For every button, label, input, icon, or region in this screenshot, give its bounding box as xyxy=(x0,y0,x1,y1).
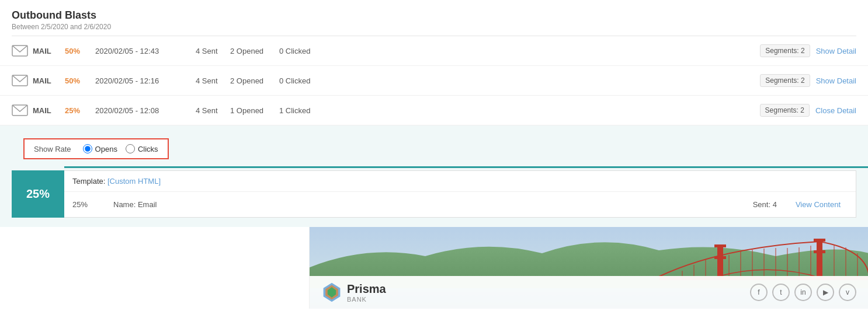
blast-clicked: 0 Clicked xyxy=(279,47,760,55)
view-content-button[interactable]: View Content xyxy=(789,197,848,212)
blast-row: MAIL 25% 2020/02/05 - 12:08 4 Sent 1 Ope… xyxy=(0,96,868,125)
blast-opened: 2 Opened xyxy=(230,76,277,85)
show-detail-button-1[interactable]: Show Detail xyxy=(816,47,856,55)
svg-rect-11 xyxy=(814,250,825,253)
blast-actions: Segments: 2 Show Detail xyxy=(760,44,856,57)
bottom-panel: Prisma BANK f t in ▶ v xyxy=(0,227,868,309)
show-rate-label: Show Rate xyxy=(34,145,71,153)
svg-rect-7 xyxy=(714,244,726,247)
blast-date: 2020/02/05 - 12:08 xyxy=(95,106,189,115)
clicks-radio[interactable] xyxy=(126,144,135,153)
svg-rect-9 xyxy=(817,239,822,279)
blast-sent: 4 Sent xyxy=(196,47,228,55)
blast-actions: Segments: 2 Show Detail xyxy=(760,74,856,87)
detail-card-row: 25% Name: Email Sent: 4 View Content xyxy=(64,192,856,217)
detail-section: Show Rate Opens Clicks 25% Template: [Cu… xyxy=(0,125,868,309)
twitter-icon[interactable]: t xyxy=(772,284,790,301)
bottom-right-scene: Prisma BANK f t in ▶ v xyxy=(310,227,868,309)
blast-type: MAIL xyxy=(33,76,59,85)
radio-clicks[interactable]: Clicks xyxy=(126,144,158,153)
teal-progress-line xyxy=(64,166,868,168)
youtube-icon[interactable]: ▶ xyxy=(817,284,834,301)
bank-footer: Prisma BANK f t in ▶ v xyxy=(310,276,868,309)
blast-percent: 25% xyxy=(65,106,88,115)
close-detail-button[interactable]: Close Detail xyxy=(815,106,856,115)
linkedin-icon[interactable]: in xyxy=(794,284,812,301)
bank-subtitle: BANK xyxy=(347,296,386,303)
social-icons: f t in ▶ v xyxy=(750,284,856,301)
radio-opens[interactable]: Opens xyxy=(83,144,117,153)
vimeo-icon[interactable]: v xyxy=(839,284,856,301)
blast-actions: Segments: 2 Close Detail xyxy=(760,104,856,117)
mail-icon xyxy=(12,104,28,116)
template-label: Template: xyxy=(72,177,105,186)
blast-percent: 50% xyxy=(65,76,88,85)
bank-logo-area: Prisma BANK xyxy=(321,282,386,303)
page-header: Outbound Blasts Between 2/5/2020 and 2/6… xyxy=(0,0,868,36)
mail-icon xyxy=(12,45,28,57)
percent-box: 25% xyxy=(12,170,64,218)
radio-group: Opens Clicks xyxy=(83,144,158,153)
opens-radio[interactable] xyxy=(83,144,92,153)
blast-type: MAIL xyxy=(33,47,59,55)
blast-row: MAIL 50% 2020/02/05 - 12:16 4 Sent 2 Ope… xyxy=(0,66,868,96)
facebook-icon[interactable]: f xyxy=(750,284,768,301)
detail-card: Template: [Custom HTML] 25% Name: Email … xyxy=(64,170,856,218)
blast-percent: 50% xyxy=(65,47,88,55)
blast-opened: 2 Opened xyxy=(230,47,277,55)
opens-label: Opens xyxy=(95,145,117,153)
blast-clicked: 1 Clicked xyxy=(279,106,760,115)
bank-name: Prisma xyxy=(347,282,386,296)
row-sent: Sent: 4 xyxy=(753,200,777,209)
blast-sent: 4 Sent xyxy=(196,76,228,85)
show-rate-container: Show Rate Opens Clicks xyxy=(23,138,169,159)
row-name: Name: Email xyxy=(113,200,741,209)
blast-sent: 4 Sent xyxy=(196,106,228,115)
bottom-left-white xyxy=(0,227,310,309)
segments-badge: Segments: 2 xyxy=(760,44,810,57)
segments-badge: Segments: 2 xyxy=(760,104,810,117)
row-percent: 25% xyxy=(72,200,102,209)
blast-type: MAIL xyxy=(33,106,59,115)
blast-clicked: 0 Clicked xyxy=(279,76,760,85)
show-detail-button-2[interactable]: Show Detail xyxy=(816,76,856,85)
template-name: [Custom HTML] xyxy=(107,177,161,186)
blast-opened: 1 Opened xyxy=(230,106,277,115)
page-title: Outbound Blasts xyxy=(12,9,856,22)
page-subtitle: Between 2/5/2020 and 2/6/2020 xyxy=(12,23,856,31)
detail-content-area: 25% Template: [Custom HTML] 25% Name: Em… xyxy=(0,170,868,227)
detail-card-header: Template: [Custom HTML] xyxy=(64,171,856,192)
mail-icon xyxy=(12,75,28,86)
bank-gem-icon xyxy=(321,282,342,303)
blast-date: 2020/02/05 - 12:16 xyxy=(95,76,189,85)
segments-badge: Segments: 2 xyxy=(760,74,810,87)
blast-row: MAIL 50% 2020/02/05 - 12:43 4 Sent 2 Ope… xyxy=(0,36,868,66)
blast-date: 2020/02/05 - 12:43 xyxy=(95,47,189,55)
svg-rect-6 xyxy=(717,244,723,279)
clicks-label: Clicks xyxy=(138,145,158,153)
